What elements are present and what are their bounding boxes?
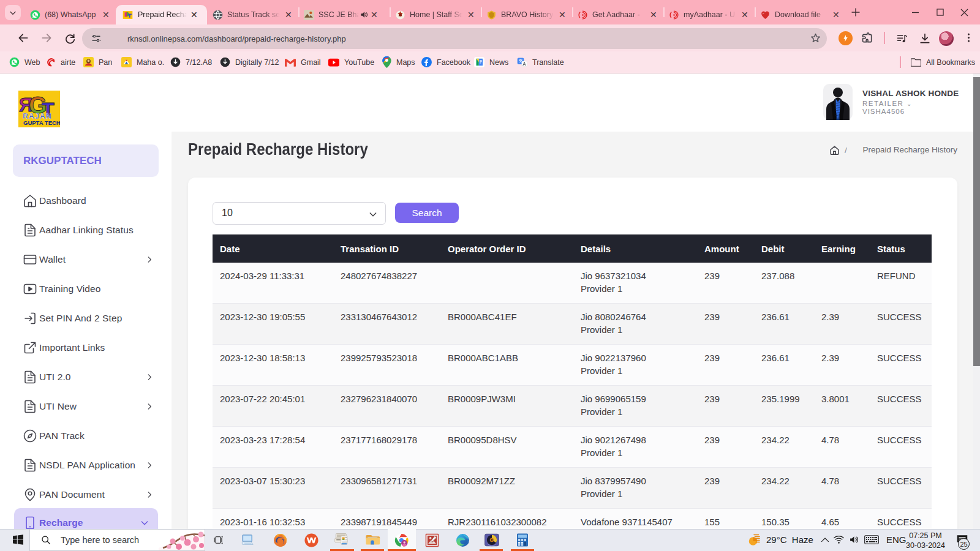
svg-text:GUPTA TECH: GUPTA TECH [23,119,60,126]
